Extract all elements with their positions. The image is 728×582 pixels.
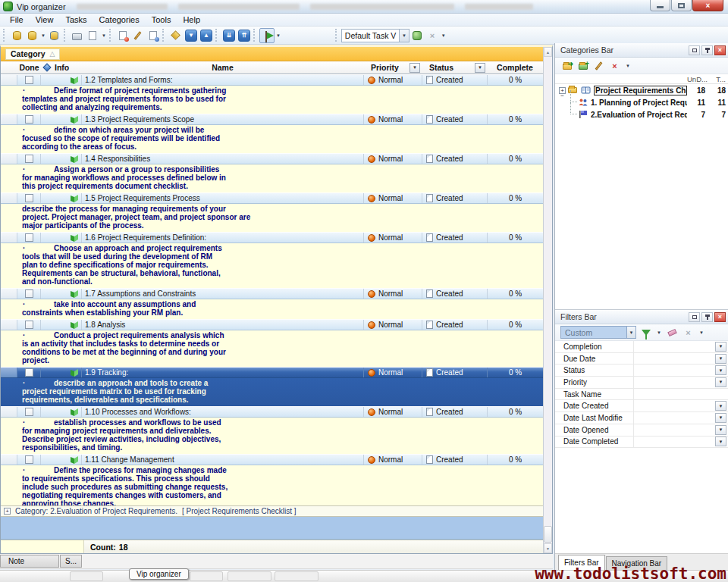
open-database-button[interactable] <box>24 28 39 43</box>
collapse-tree-icon[interactable]: − <box>559 87 566 94</box>
save-database-button[interactable] <box>47 28 62 43</box>
priority-filter-dropdown-icon[interactable]: ▼ <box>410 63 420 73</box>
new-subcategory-button[interactable]: + <box>576 60 589 72</box>
filter-dropdown-icon[interactable]: ▼ <box>715 436 726 446</box>
task-name[interactable]: 1.7 Assumptions and Constraints <box>82 289 363 299</box>
task-priority-cell[interactable]: Normal <box>363 289 422 299</box>
info-column-header[interactable]: Info <box>53 63 82 72</box>
filter-preset-combo[interactable]: Custom ▼ <box>560 326 636 339</box>
new-database-button[interactable] <box>9 28 24 43</box>
done-checkbox[interactable] <box>25 368 33 377</box>
move-down-button[interactable]: ▼ <box>184 28 199 43</box>
task-status-cell[interactable]: Created <box>422 233 487 242</box>
done-checkbox[interactable] <box>25 115 33 124</box>
filter-dropdown-icon[interactable]: ▼ <box>715 377 726 387</box>
move-bottom-button[interactable]: ⇊ <box>221 28 237 43</box>
category-label[interactable]: Project Requirements Checklis <box>594 86 687 95</box>
priority-column-header[interactable]: Priority ▼ <box>363 63 422 73</box>
category-tree-row[interactable]: 2.Evaluation of Project Requir 7 7 <box>555 108 728 120</box>
group-by-chip[interactable]: Category △ <box>5 48 60 60</box>
task-row[interactable]: 1.9 Tracking: Normal Created 0 % <box>1 367 543 378</box>
name-column-header[interactable]: Name <box>82 63 363 72</box>
task-priority-cell[interactable]: Normal <box>363 193 422 203</box>
task-priority-cell[interactable]: Normal <box>363 368 422 377</box>
maximize-button[interactable] <box>671 0 692 11</box>
category-label[interactable]: 2.Evaluation of Project Requir <box>591 111 687 119</box>
complete-column-header[interactable]: Complete <box>487 63 543 72</box>
task-priority-cell[interactable]: Normal <box>363 233 422 242</box>
note-tab[interactable]: Note <box>0 555 59 568</box>
new-task-button[interactable] <box>115 28 130 43</box>
new-category-button[interactable]: ➜ <box>560 60 573 72</box>
filter-dropdown-icon[interactable]: ▼ <box>715 425 726 435</box>
delete-category-button[interactable]: × <box>608 60 621 72</box>
task-row[interactable]: 1.3 Project Requirements Scope Normal Cr… <box>1 114 543 125</box>
task-status-cell[interactable]: Created <box>422 368 487 377</box>
task-status-cell[interactable]: Created <box>422 193 487 203</box>
task-name[interactable]: 1.5 Project Requirements Process <box>82 193 363 203</box>
task-status-cell[interactable]: Created <box>422 407 487 417</box>
task-priority-cell[interactable]: Normal <box>363 320 422 330</box>
filter-dropdown-icon[interactable]: ▼ <box>715 413 726 423</box>
task-description-row[interactable]: Define format of project requirements ga… <box>1 86 543 114</box>
category-tree-row[interactable]: − Project Requirements Checklis 18 18 <box>555 84 728 96</box>
categories-pin-button[interactable] <box>701 45 713 55</box>
menu-tasks[interactable]: Tasks <box>59 14 93 25</box>
vertical-scrollbar[interactable]: ▲ ▼ <box>544 47 552 553</box>
menu-categories[interactable]: Categories <box>93 14 146 25</box>
print-preview-caret-icon[interactable]: ▼ <box>102 33 106 38</box>
task-description-row[interactable]: describe an approach and tools to create… <box>1 378 543 406</box>
done-column-header[interactable]: Done <box>17 63 41 72</box>
done-cell[interactable] <box>17 368 41 377</box>
menu-help[interactable]: Help <box>177 14 206 25</box>
done-cell[interactable] <box>17 233 41 242</box>
expand-group-icon[interactable] <box>4 508 11 515</box>
filter-preset-dropdown-icon[interactable]: ▼ <box>626 327 635 338</box>
close-button[interactable]: × <box>692 0 723 11</box>
done-checkbox[interactable] <box>25 289 33 298</box>
task-description-row[interactable]: Assign a person or a group to responsibi… <box>1 164 543 192</box>
done-cell[interactable] <box>17 289 41 299</box>
done-checkbox[interactable] <box>25 76 33 84</box>
task-name[interactable]: 1.2 Templates and Forms: <box>82 75 363 85</box>
edit-category-button[interactable] <box>592 60 605 72</box>
done-checkbox[interactable] <box>25 455 33 464</box>
menu-file[interactable]: File <box>4 14 30 25</box>
task-row[interactable]: 1.11 Change Management Normal Created 0 … <box>1 454 543 465</box>
task-row[interactable]: 1.4 Responsibilities Normal Created 0 % <box>1 153 543 164</box>
task-description-row[interactable]: Conduct a project requirements analysis … <box>1 330 543 367</box>
task-status-cell[interactable]: Created <box>422 75 487 85</box>
filters-pin-button[interactable] <box>701 312 713 322</box>
task-description-row[interactable]: Define the process for managing changes … <box>1 465 543 505</box>
done-checkbox[interactable] <box>25 155 33 163</box>
clear-view-button[interactable]: × <box>425 28 440 43</box>
done-cell[interactable] <box>17 75 41 85</box>
apply-filter-caret-icon[interactable]: ▼ <box>657 330 661 335</box>
done-cell[interactable] <box>17 193 41 203</box>
task-view-caret-icon[interactable]: ▼ <box>276 33 281 38</box>
menu-view[interactable]: View <box>30 14 60 25</box>
task-description-row[interactable]: Choose an approach and project requireme… <box>1 243 543 288</box>
task-row[interactable]: 1.6 Project Requirements Definition: Nor… <box>1 232 543 243</box>
task-status-cell[interactable]: Created <box>422 320 487 330</box>
filters-close-button[interactable]: × <box>714 312 726 322</box>
task-row[interactable]: 1.2 Templates and Forms: Normal Created … <box>1 74 543 86</box>
task-row[interactable]: 1.5 Project Requirements Process Normal … <box>1 192 543 204</box>
done-cell[interactable] <box>17 154 41 164</box>
task-name[interactable]: 1.9 Tracking: <box>82 368 363 377</box>
scrollbar-thumb[interactable] <box>544 526 552 543</box>
categories-toolbar-caret-icon[interactable]: ▼ <box>626 64 630 68</box>
task-priority-cell[interactable]: Normal <box>363 154 422 164</box>
filter-dropdown-icon[interactable]: ▼ <box>715 342 726 352</box>
undone-column-header[interactable]: UnD... <box>687 75 708 83</box>
task-description-row[interactable]: take into account any assumptions and co… <box>1 299 543 319</box>
scroll-down-icon[interactable]: ▼ <box>544 543 552 553</box>
task-name[interactable]: 1.3 Project Requirements Scope <box>82 114 363 124</box>
task-row[interactable]: 1.7 Assumptions and Constraints Normal C… <box>1 288 543 299</box>
task-name[interactable]: 1.4 Responsibilities <box>82 154 363 164</box>
print-preview-button[interactable] <box>85 28 100 43</box>
apply-view-button[interactable] <box>410 28 425 43</box>
task-description-row[interactable]: describe the process for managing requir… <box>1 204 543 232</box>
print-button[interactable] <box>70 28 85 43</box>
menu-tools[interactable]: Tools <box>146 14 177 25</box>
